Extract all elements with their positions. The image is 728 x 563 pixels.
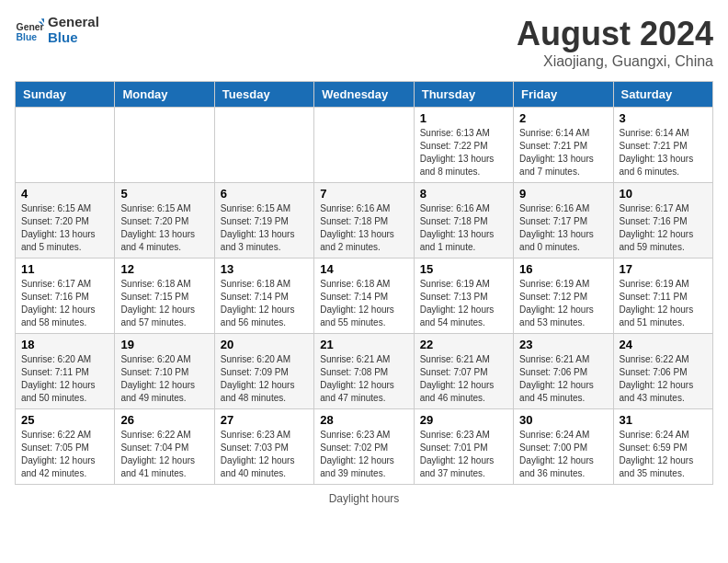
- day-info: Sunrise: 6:22 AM Sunset: 7:06 PM Dayligh…: [620, 353, 707, 405]
- calendar-week-row: 1Sunrise: 6:13 AM Sunset: 7:22 PM Daylig…: [16, 108, 713, 183]
- day-number: 14: [320, 262, 407, 276]
- day-number: 25: [21, 413, 108, 427]
- day-info: Sunrise: 6:16 AM Sunset: 7:18 PM Dayligh…: [320, 202, 407, 254]
- day-info: Sunrise: 6:16 AM Sunset: 7:17 PM Dayligh…: [519, 202, 607, 254]
- calendar-day-header: Thursday: [414, 82, 513, 108]
- day-info: Sunrise: 6:22 AM Sunset: 7:04 PM Dayligh…: [120, 429, 208, 480]
- calendar-cell: 5Sunrise: 6:15 AM Sunset: 7:20 PM Daylig…: [115, 183, 214, 259]
- day-info: Sunrise: 6:19 AM Sunset: 7:11 PM Dayligh…: [620, 278, 707, 329]
- calendar-cell: 9Sunrise: 6:16 AM Sunset: 7:17 PM Daylig…: [514, 183, 613, 259]
- calendar-cell: [16, 108, 115, 183]
- day-info: Sunrise: 6:19 AM Sunset: 7:13 PM Dayligh…: [420, 278, 507, 329]
- day-number: 10: [620, 187, 707, 201]
- day-number: 21: [320, 338, 407, 351]
- calendar-cell: 2Sunrise: 6:14 AM Sunset: 7:21 PM Daylig…: [514, 108, 613, 183]
- day-number: 27: [221, 413, 308, 427]
- day-info: Sunrise: 6:19 AM Sunset: 7:12 PM Dayligh…: [519, 278, 607, 329]
- day-number: 9: [519, 187, 607, 201]
- day-number: 7: [320, 187, 407, 201]
- day-number: 18: [21, 338, 108, 351]
- day-number: 19: [120, 338, 208, 351]
- day-info: Sunrise: 6:15 AM Sunset: 7:19 PM Dayligh…: [221, 202, 308, 254]
- day-number: 6: [221, 187, 308, 201]
- calendar-cell: 15Sunrise: 6:19 AM Sunset: 7:13 PM Dayli…: [414, 259, 513, 334]
- calendar-cell: 7Sunrise: 6:16 AM Sunset: 7:18 PM Daylig…: [314, 183, 414, 259]
- calendar-cell: 11Sunrise: 6:17 AM Sunset: 7:16 PM Dayli…: [16, 259, 115, 334]
- day-number: 31: [620, 413, 707, 427]
- calendar-cell: 25Sunrise: 6:22 AM Sunset: 7:05 PM Dayli…: [16, 409, 115, 485]
- day-info: Sunrise: 6:14 AM Sunset: 7:21 PM Dayligh…: [519, 127, 607, 178]
- day-number: 5: [120, 187, 208, 201]
- calendar-cell: 3Sunrise: 6:14 AM Sunset: 7:21 PM Daylig…: [613, 108, 712, 183]
- calendar-week-row: 18Sunrise: 6:20 AM Sunset: 7:11 PM Dayli…: [16, 334, 713, 409]
- day-info: Sunrise: 6:18 AM Sunset: 7:14 PM Dayligh…: [320, 278, 407, 329]
- calendar-week-row: 25Sunrise: 6:22 AM Sunset: 7:05 PM Dayli…: [16, 409, 713, 485]
- day-info: Sunrise: 6:22 AM Sunset: 7:05 PM Dayligh…: [21, 429, 108, 480]
- calendar-day-header: Sunday: [16, 82, 115, 108]
- day-info: Sunrise: 6:21 AM Sunset: 7:07 PM Dayligh…: [420, 353, 507, 405]
- calendar-cell: 20Sunrise: 6:20 AM Sunset: 7:09 PM Dayli…: [214, 334, 313, 409]
- logo: General Blue General Blue: [15, 15, 99, 45]
- day-info: Sunrise: 6:21 AM Sunset: 7:08 PM Dayligh…: [320, 353, 407, 405]
- calendar-cell: 6Sunrise: 6:15 AM Sunset: 7:19 PM Daylig…: [214, 183, 313, 259]
- calendar-cell: 1Sunrise: 6:13 AM Sunset: 7:22 PM Daylig…: [414, 108, 513, 183]
- day-number: 11: [21, 262, 108, 276]
- calendar-cell: 27Sunrise: 6:23 AM Sunset: 7:03 PM Dayli…: [214, 409, 313, 485]
- day-info: Sunrise: 6:14 AM Sunset: 7:21 PM Dayligh…: [620, 127, 707, 178]
- day-info: Sunrise: 6:15 AM Sunset: 7:20 PM Dayligh…: [120, 202, 208, 254]
- day-info: Sunrise: 6:16 AM Sunset: 7:18 PM Dayligh…: [420, 202, 507, 254]
- day-number: 12: [120, 262, 208, 276]
- day-info: Sunrise: 6:23 AM Sunset: 7:02 PM Dayligh…: [320, 429, 407, 480]
- logo-general-text: General: [48, 15, 99, 30]
- calendar-cell: 23Sunrise: 6:21 AM Sunset: 7:06 PM Dayli…: [514, 334, 613, 409]
- calendar-day-header: Friday: [514, 82, 613, 108]
- day-number: 20: [221, 338, 308, 351]
- calendar-table: SundayMondayTuesdayWednesdayThursdayFrid…: [15, 81, 713, 485]
- day-number: 3: [620, 111, 707, 125]
- day-number: 13: [221, 262, 308, 276]
- calendar-cell: 24Sunrise: 6:22 AM Sunset: 7:06 PM Dayli…: [613, 334, 712, 409]
- day-info: Sunrise: 6:23 AM Sunset: 7:01 PM Dayligh…: [420, 429, 507, 480]
- title-area: August 2024 Xiaojiang, Guangxi, China: [517, 15, 713, 70]
- logo-icon: General Blue: [15, 16, 44, 45]
- day-number: 29: [420, 413, 507, 427]
- calendar-cell: 12Sunrise: 6:18 AM Sunset: 7:15 PM Dayli…: [115, 259, 214, 334]
- calendar-cell: 10Sunrise: 6:17 AM Sunset: 7:16 PM Dayli…: [613, 183, 712, 259]
- day-info: Sunrise: 6:24 AM Sunset: 7:00 PM Dayligh…: [519, 429, 607, 480]
- day-number: 17: [620, 262, 707, 276]
- day-info: Sunrise: 6:20 AM Sunset: 7:11 PM Dayligh…: [21, 353, 108, 405]
- svg-text:General: General: [17, 22, 44, 32]
- day-number: 24: [620, 338, 707, 351]
- day-number: 16: [519, 262, 607, 276]
- day-number: 8: [420, 187, 507, 201]
- calendar-cell: 29Sunrise: 6:23 AM Sunset: 7:01 PM Dayli…: [414, 409, 513, 485]
- day-info: Sunrise: 6:18 AM Sunset: 7:15 PM Dayligh…: [120, 278, 208, 329]
- day-number: 4: [21, 187, 108, 201]
- footer-note: Daylight hours: [15, 492, 713, 505]
- day-info: Sunrise: 6:21 AM Sunset: 7:06 PM Dayligh…: [519, 353, 607, 405]
- day-number: 23: [519, 338, 607, 351]
- calendar-cell: 13Sunrise: 6:18 AM Sunset: 7:14 PM Dayli…: [214, 259, 313, 334]
- day-info: Sunrise: 6:23 AM Sunset: 7:03 PM Dayligh…: [221, 429, 308, 480]
- svg-text:Blue: Blue: [17, 32, 38, 42]
- location-subtitle: Xiaojiang, Guangxi, China: [517, 53, 713, 70]
- calendar-header-row: SundayMondayTuesdayWednesdayThursdayFrid…: [16, 82, 713, 108]
- calendar-day-header: Tuesday: [214, 82, 313, 108]
- day-number: 22: [420, 338, 507, 351]
- calendar-cell: 17Sunrise: 6:19 AM Sunset: 7:11 PM Dayli…: [613, 259, 712, 334]
- calendar-week-row: 4Sunrise: 6:15 AM Sunset: 7:20 PM Daylig…: [16, 183, 713, 259]
- header: General Blue General Blue August 2024 Xi…: [15, 15, 713, 70]
- calendar-cell: [314, 108, 414, 183]
- calendar-cell: [115, 108, 214, 183]
- calendar-cell: 14Sunrise: 6:18 AM Sunset: 7:14 PM Dayli…: [314, 259, 414, 334]
- calendar-cell: 18Sunrise: 6:20 AM Sunset: 7:11 PM Dayli…: [16, 334, 115, 409]
- calendar-day-header: Wednesday: [314, 82, 414, 108]
- calendar-cell: [214, 108, 313, 183]
- day-number: 1: [420, 111, 507, 125]
- day-info: Sunrise: 6:15 AM Sunset: 7:20 PM Dayligh…: [21, 202, 108, 254]
- calendar-day-header: Monday: [115, 82, 214, 108]
- day-info: Sunrise: 6:20 AM Sunset: 7:10 PM Dayligh…: [120, 353, 208, 405]
- day-info: Sunrise: 6:24 AM Sunset: 6:59 PM Dayligh…: [620, 429, 707, 480]
- calendar-cell: 16Sunrise: 6:19 AM Sunset: 7:12 PM Dayli…: [514, 259, 613, 334]
- calendar-day-header: Saturday: [613, 82, 712, 108]
